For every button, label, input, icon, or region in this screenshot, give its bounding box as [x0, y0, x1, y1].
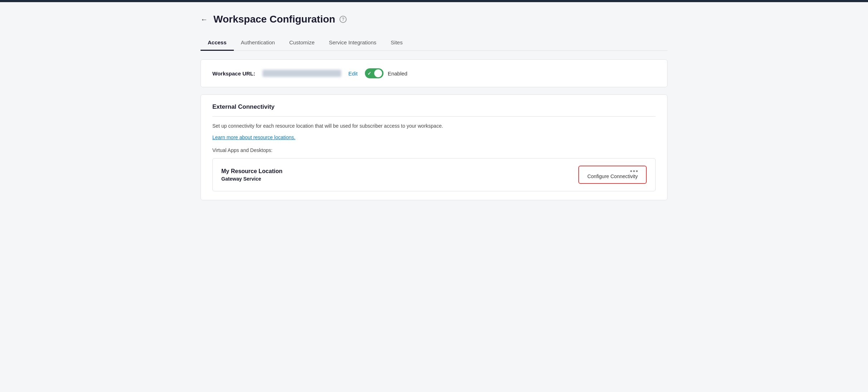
dots-row	[630, 170, 638, 172]
edit-link[interactable]: Edit	[348, 70, 358, 77]
workspace-url-row: Workspace URL: Edit ✓ Enabled	[212, 68, 656, 78]
tab-access[interactable]: Access	[201, 35, 234, 51]
tabs: Access Authentication Customize Service …	[201, 35, 667, 51]
section-divider	[212, 116, 656, 117]
resource-location-name: My Resource Location	[221, 168, 283, 175]
toggle-check-icon: ✓	[367, 71, 371, 76]
workspace-url-value	[262, 70, 341, 77]
configure-connectivity-wrapper: Configure Connectivity	[578, 166, 647, 184]
dot-1	[630, 170, 632, 172]
enabled-toggle[interactable]: ✓	[365, 68, 384, 78]
configure-connectivity-inner: Configure Connectivity	[580, 167, 645, 182]
workspace-url-label: Workspace URL:	[212, 70, 255, 77]
resource-location-card: My Resource Location Gateway Service Con…	[212, 158, 656, 191]
learn-more-link[interactable]: Learn more about resource locations.	[212, 134, 295, 140]
tab-sites[interactable]: Sites	[384, 35, 410, 51]
dot-3	[636, 170, 638, 172]
tab-customize[interactable]: Customize	[282, 35, 322, 51]
page-header: ← Workspace Configuration ?	[201, 14, 667, 25]
external-connectivity-title: External Connectivity	[212, 103, 656, 111]
tab-service-integrations[interactable]: Service Integrations	[322, 35, 384, 51]
dot-2	[633, 170, 635, 172]
tab-authentication[interactable]: Authentication	[234, 35, 282, 51]
toggle-container: ✓ Enabled	[365, 68, 408, 78]
section-description: Set up connectivity for each resource lo…	[212, 122, 656, 130]
help-icon[interactable]: ?	[339, 16, 347, 23]
configure-connectivity-button[interactable]: Configure Connectivity	[587, 173, 638, 179]
page-container: ← Workspace Configuration ? Access Authe…	[183, 2, 685, 219]
back-button[interactable]: ←	[201, 15, 208, 24]
vad-label: Virtual Apps and Desktops:	[212, 147, 656, 153]
toggle-label: Enabled	[388, 70, 408, 77]
resource-info: My Resource Location Gateway Service	[221, 168, 283, 182]
resource-service-name: Gateway Service	[221, 176, 283, 182]
external-connectivity-card: External Connectivity Set up connectivit…	[201, 94, 667, 200]
page-title: Workspace Configuration ?	[213, 14, 347, 25]
workspace-url-card: Workspace URL: Edit ✓ Enabled	[201, 59, 667, 87]
